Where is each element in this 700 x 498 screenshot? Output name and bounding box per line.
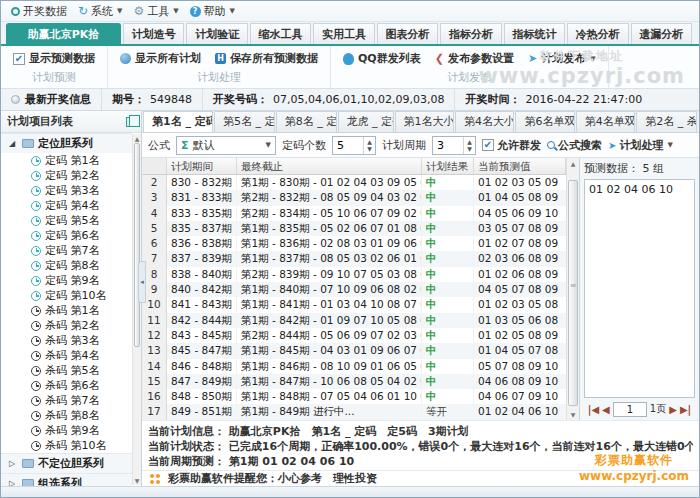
tree-item[interactable]: 定码 第8名 — [1, 258, 132, 273]
result-header[interactable]: 计划结果 — [422, 158, 474, 174]
plan-tab[interactable]: 第5名 _ 定码 × — [214, 111, 275, 132]
tree-item[interactable]: 杀码 第5名 — [1, 363, 132, 378]
table-row[interactable]: 16 848 - 850期 第1期 - 848期 - 07 05 04 06 0… — [142, 389, 566, 404]
tree-item[interactable]: 定码 第3名 — [1, 183, 132, 198]
scroll-down-icon[interactable]: ▼ — [133, 477, 141, 484]
plan-tab[interactable]: 第1名大小... × — [395, 111, 454, 132]
tree-item[interactable]: 定位胆系列 — [1, 133, 132, 153]
table-row[interactable]: 10 841 - 843期 第1期 - 841期 - 01 03 04 10 0… — [142, 297, 566, 312]
tree-item[interactable]: 组选系列 — [1, 473, 132, 486]
prev-page-button[interactable]: ◀ — [602, 404, 610, 415]
tree-item[interactable]: 定码 第1名 — [1, 153, 132, 168]
table-row[interactable]: 17 849 - 851期 第1期 - 849期 进行中... 等开 01 02… — [142, 404, 566, 419]
main-tab[interactable]: 遗漏分析 — [631, 23, 692, 44]
main-tab[interactable]: 实用工具 — [313, 23, 374, 44]
publish-params-button[interactable]: ❮ 发布参数设置 — [435, 51, 514, 66]
table-scrollbar[interactable]: ▲ ▼ — [566, 158, 579, 420]
table-row[interactable]: 4 833 - 835期 第2期 - 834期 - 05 10 06 07 09… — [142, 206, 566, 221]
main-tab[interactable]: 指标统计 — [504, 23, 565, 44]
table-row[interactable]: 2 830 - 832期 第1期 - 830期 - 01 02 04 03 09… — [142, 175, 566, 190]
count-input[interactable] — [333, 137, 363, 154]
cycle-input[interactable] — [433, 137, 463, 154]
main-tab[interactable]: 缩水工具 — [250, 23, 311, 44]
predict-header[interactable]: 当前预测值 — [474, 158, 566, 174]
table-row[interactable]: 13 845 - 847期 第1期 - 845期 - 04 03 01 09 0… — [142, 343, 566, 358]
tree-item[interactable]: 杀码 第4名 — [1, 348, 132, 363]
last-page-button[interactable]: ▶| — [680, 404, 691, 415]
scroll-up-icon[interactable]: ▲ — [133, 135, 141, 142]
scroll-down-icon[interactable]: ▼ — [567, 411, 579, 418]
tree-item[interactable]: 定码 第5名 — [1, 213, 132, 228]
plan-tab[interactable]: 第4名大小... × — [455, 111, 514, 132]
table-row[interactable]: 6 836 - 838期 第1期 - 836期 - 02 08 03 01 09… — [142, 236, 566, 251]
formula-search-button[interactable]: 公式搜索 — [547, 138, 602, 153]
plan-publish-button[interactable]: ➤ 计划发布 ▼ — [528, 51, 596, 66]
table-row[interactable]: 14 846 - 848期 第1期 - 846期 - 08 10 09 01 0… — [142, 359, 566, 374]
main-tab[interactable]: 计划造号 — [123, 23, 184, 44]
main-tab[interactable]: 指标分析 — [440, 23, 501, 44]
menu-lottery-data[interactable]: 开奖数据 — [7, 3, 74, 20]
menu-help[interactable]: ? 帮助 ▼ — [186, 3, 242, 20]
plan-tab[interactable]: 第6名单双... × — [515, 111, 574, 132]
plan-tab[interactable]: 第1名 _ 定码 × — [143, 111, 213, 132]
scroll-up-icon[interactable]: ▲ — [567, 160, 579, 167]
next-page-button[interactable]: ▶ — [669, 404, 677, 415]
table-row[interactable]: 11 842 - 844期 第1期 - 842期 - 01 09 07 10 0… — [142, 313, 566, 328]
tree-expander-icon[interactable] — [9, 139, 18, 148]
menu-system[interactable]: ↻ 系统 ▼ — [74, 3, 129, 20]
cycle-spin-buttons[interactable]: ▲▼ — [463, 137, 475, 154]
plan-tab[interactable]: 第8名 _ 定码 × — [276, 111, 337, 132]
tree-item[interactable]: 杀码 第10名 — [1, 438, 132, 453]
menu-tools[interactable]: ⚙ 工具 ▼ — [129, 3, 185, 20]
plan-tab[interactable]: 龙虎 _ 定码 × — [338, 111, 394, 132]
save-all-prediction-button[interactable]: H 保存所有预测数据 — [215, 51, 318, 66]
scroll-thumb[interactable] — [134, 143, 140, 347]
table-row[interactable]: 15 847 - 849期 第1期 - 847期 - 10 06 08 05 0… — [142, 374, 566, 389]
show-prediction-checkbox[interactable]: ✔ 显示预测数据 — [13, 51, 95, 66]
count-spin-buttons[interactable]: ▲▼ — [363, 137, 375, 154]
main-tab[interactable]: 计划验证 — [186, 23, 247, 44]
copy-icon[interactable] — [126, 117, 135, 127]
tree-item[interactable]: 杀码 第1名 — [1, 303, 132, 318]
plan-tab[interactable]: 第4名单双... × — [576, 111, 635, 132]
page-input[interactable] — [613, 402, 647, 417]
qq-group-list-button[interactable]: QQ群发列表 — [343, 51, 421, 66]
tree-item[interactable]: 定码 第9名 — [1, 273, 132, 288]
table-row[interactable]: 8 838 - 840期 第2期 - 839期 - 09 10 07 05 03… — [142, 267, 566, 282]
main-tab[interactable]: 图表分析 — [377, 23, 438, 44]
deadline-header[interactable]: 最终截止 — [237, 158, 422, 174]
sidebar-collapse-handle[interactable]: ◂ — [138, 261, 146, 303]
scroll-thumb[interactable] — [568, 180, 578, 406]
sidebar-scrollbar[interactable]: ▲ ▼ — [132, 134, 141, 485]
table-row[interactable]: 12 843 - 845期 第2期 - 844期 - 05 06 09 07 0… — [142, 328, 566, 343]
plan-process-button[interactable]: ➤ 计划处理 ▼ — [608, 138, 673, 153]
tree-item[interactable]: 杀码 第2名 — [1, 318, 132, 333]
tree-item[interactable]: 定码 第2名 — [1, 168, 132, 183]
main-tab[interactable]: 助赢北京PK拾 — [6, 23, 121, 44]
plan-tab[interactable]: 第2名 _ 杀码 × — [636, 111, 697, 132]
tree-item[interactable]: 定码 第6名 — [1, 228, 132, 243]
tree-item[interactable]: 杀码 第3名 — [1, 333, 132, 348]
tree-item[interactable]: 杀码 第7名 — [1, 393, 132, 408]
period-header[interactable]: 计划期间 — [167, 158, 237, 174]
tree-item[interactable]: 定码 第10名 — [1, 288, 132, 303]
main-tab[interactable]: 冷热分析 — [567, 23, 628, 44]
tree-item[interactable]: 定码 第7名 — [1, 243, 132, 258]
table-row[interactable]: 5 835 - 837期 第1期 - 835期 - 05 02 06 07 01… — [142, 221, 566, 236]
tree-expander-icon[interactable] — [9, 459, 18, 468]
tree-item[interactable]: 定码 第4名 — [1, 198, 132, 213]
table-row[interactable]: 3 831 - 833期 第2期 - 832期 - 08 05 09 04 03… — [142, 190, 566, 205]
table-row[interactable]: 9 840 - 842期 第1期 - 840期 - 07 10 09 06 08… — [142, 282, 566, 297]
tree-item[interactable]: 杀码 第9名 — [1, 423, 132, 438]
tree-item[interactable]: 不定位胆系列 — [1, 453, 132, 473]
allow-group-send-checkbox[interactable]: ✔ 允许群发 — [482, 138, 541, 153]
row-number-header[interactable] — [142, 158, 167, 174]
show-all-plans-button[interactable]: 显示所有计划 — [120, 51, 201, 66]
table-row[interactable]: 7 837 - 839期 第1期 - 837期 - 08 05 03 02 06… — [142, 251, 566, 266]
tree-item[interactable]: 杀码 第6名 — [1, 378, 132, 393]
formula-select[interactable]: Σ 默认 ▼ — [176, 136, 276, 155]
prediction-values[interactable]: 01 02 04 06 10 — [584, 179, 695, 398]
tree-expander-icon[interactable] — [9, 479, 18, 486]
first-page-button[interactable]: |◀ — [588, 404, 599, 415]
tree-item[interactable]: 杀码 第8名 — [1, 408, 132, 423]
